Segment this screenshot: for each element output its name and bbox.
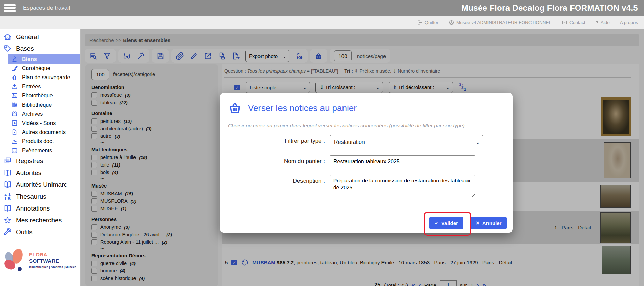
archive-box-icon	[11, 110, 18, 117]
user-icon	[449, 20, 454, 25]
basket-modal: Verser les notices au panier Choisir ou …	[220, 93, 513, 233]
open-book-icon	[3, 180, 12, 189]
sidebar-item-general[interactable]: Général	[0, 31, 80, 43]
star-icon	[3, 216, 12, 224]
check-icon: ✓	[435, 220, 439, 226]
sidebar-item-bibliotheque[interactable]: Bibliothèque	[0, 100, 80, 109]
tray-download-icon	[11, 83, 18, 90]
sheaf-icon	[11, 138, 18, 145]
sidebar-item-bases[interactable]: Bases	[0, 43, 80, 54]
sidebar-item-produits-doc[interactable]: Produits doc.	[0, 137, 80, 146]
sidebar-item-annotations[interactable]: Annotations	[0, 202, 80, 214]
knight-icon	[11, 56, 18, 63]
envelope-icon	[562, 20, 567, 25]
flora-software-logo: FLORA SOFTWARE Bibliothèques | Archives …	[3, 248, 77, 272]
sidebar-item-outils[interactable]: Outils	[0, 226, 80, 238]
app-title: Musée Flora Decalog Flora FORMATION v4.5	[461, 3, 638, 13]
sidebar-item-autorites-unimarc[interactable]: Autorités Unimarc	[0, 179, 80, 191]
logo-subtitle: Bibliothèques | Archives | Musées	[29, 265, 77, 269]
about-button[interactable]: A propos	[620, 20, 638, 25]
modal-subtitle: Choisir ou créer un panier dans lequel v…	[220, 116, 513, 129]
sidebar-item-carotheque[interactable]: Carothèque	[0, 64, 80, 73]
annuler-button[interactable]: ✕ Annuler	[470, 217, 507, 229]
question-mark-icon: ?	[596, 20, 599, 25]
session-toolbar: Quitter Musée v4 ADMINISTRATEUR FONCTION…	[0, 16, 644, 29]
sidebar-item-evenements[interactable]: Evènements	[0, 146, 80, 155]
video-icon	[11, 119, 18, 127]
sidebar-item-autres-documents[interactable]: Autres documents	[0, 128, 80, 137]
sidebar-item-autorites[interactable]: Autorités	[0, 167, 80, 179]
document-icon	[11, 129, 18, 136]
sidebar-item-entrees[interactable]: Entrées	[0, 82, 80, 91]
az-sort-icon	[3, 192, 12, 201]
sidebar-item-archives[interactable]: Archives	[0, 109, 80, 118]
sidebar-item-biens[interactable]: Biens	[8, 54, 80, 64]
layers-icon	[3, 157, 12, 165]
image-icon	[11, 92, 18, 99]
wrench-icon	[3, 228, 12, 236]
sidebar-item-plan-de-sauvegarde[interactable]: Plan de sauvegarde	[0, 73, 80, 82]
brush-icon	[11, 65, 18, 72]
extinguisher-icon	[11, 74, 18, 81]
sidebar-item-thesaurus[interactable]: Thesaurus	[0, 191, 80, 202]
books-icon	[11, 101, 18, 108]
modal-title: Verser les notices au panier	[248, 103, 357, 113]
valider-button[interactable]: ✓ Valider	[429, 217, 463, 229]
sidebar-item-phototheque[interactable]: Photothèque	[0, 91, 80, 100]
sidebar-item-videos-sons[interactable]: Vidéos - Sons	[0, 118, 80, 128]
user-menu[interactable]: Musée v4 ADMINISTRATEUR FONCTIONNEL	[449, 20, 552, 25]
quit-button[interactable]: Quitter	[417, 20, 438, 25]
app-window: Espaces de travail Musée Flora Decalog F…	[0, 0, 644, 286]
filter-type-select[interactable]: Restauration ⌄	[330, 135, 483, 149]
open-book-icon	[3, 204, 12, 213]
basket-name-label: Nom du panier :	[220, 155, 325, 165]
description-textarea[interactable]	[330, 175, 475, 197]
basket-icon	[227, 101, 243, 116]
chevron-down-icon: ⌄	[476, 140, 480, 145]
basket-name-input[interactable]	[330, 155, 475, 168]
description-label: Description :	[220, 175, 325, 184]
calendar-icon	[11, 147, 18, 154]
help-button[interactable]: ? Aide	[596, 20, 610, 25]
app-header: Espaces de travail Musée Flora Decalog F…	[0, 0, 644, 16]
workspace-label[interactable]: Espaces de travail	[23, 5, 70, 12]
contact-button[interactable]: Contact	[562, 20, 585, 25]
sidebar-item-registres[interactable]: Registres	[0, 155, 80, 167]
flora-petals-icon	[3, 248, 26, 272]
cross-icon: ✕	[476, 220, 480, 226]
sidebar: Général Bases Biens Carothèque Plan de s…	[0, 29, 81, 286]
exit-icon	[417, 20, 422, 25]
sidebar-item-mes-recherches[interactable]: Mes recherches	[0, 214, 80, 226]
open-book-icon	[3, 169, 12, 177]
home-icon	[3, 32, 12, 41]
tag-icon	[3, 44, 12, 53]
filter-type-label: Filtrer par type :	[220, 135, 325, 145]
hamburger-menu-icon[interactable]	[4, 4, 16, 12]
